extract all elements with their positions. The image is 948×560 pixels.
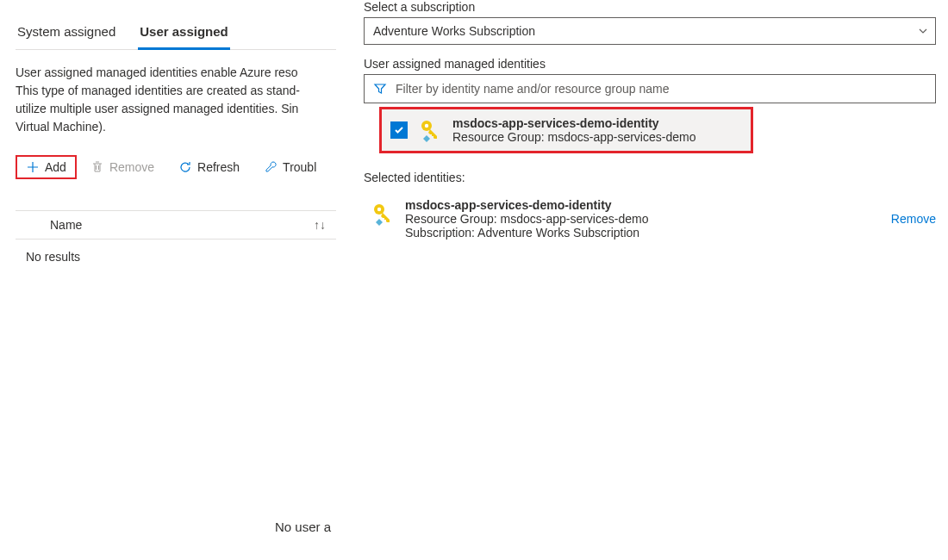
identity-name: msdocs-app-services-demo-identity <box>452 116 695 130</box>
svg-marker-2 <box>423 135 430 142</box>
filter-box[interactable] <box>364 74 936 103</box>
selected-identity-name: msdocs-app-services-demo-identity <box>405 198 648 212</box>
selected-identity-sub: Subscription: Adventure Works Subscripti… <box>405 226 648 240</box>
add-identity-flyout: Select a subscription Adventure Works Su… <box>336 0 948 560</box>
trash-icon <box>90 160 104 174</box>
refresh-icon <box>178 160 192 174</box>
description-text: User assigned managed identities enable … <box>16 64 336 136</box>
svg-marker-5 <box>376 219 383 226</box>
wrench-icon <box>264 160 278 174</box>
remove-identity-link[interactable]: Remove <box>891 212 936 226</box>
selected-identities-label: Selected identities: <box>364 171 936 184</box>
no-user-text: No user a <box>275 520 331 534</box>
refresh-button-label: Refresh <box>197 160 240 174</box>
tab-user-assigned[interactable]: User assigned <box>138 16 230 49</box>
action-bar: Add Remove Refresh Troubl <box>16 155 336 179</box>
selected-identity-row: msdocs-app-services-demo-identity Resour… <box>364 198 936 240</box>
identity-list-item[interactable]: msdocs-app-services-demo-identity Resour… <box>379 107 753 153</box>
main-panel: System assigned User assigned User assig… <box>0 0 336 560</box>
add-button-label: Add <box>45 160 66 174</box>
subscription-value: Adventure Works Subscription <box>373 24 535 38</box>
identity-row: msdocs-app-services-demo-identity Resour… <box>390 116 742 144</box>
subscription-select[interactable]: Adventure Works Subscription <box>364 17 936 45</box>
identity-text: msdocs-app-services-demo-identity Resour… <box>452 116 695 144</box>
table-header: Name ↑↓ <box>16 210 336 240</box>
filter-icon <box>373 82 387 96</box>
sort-icon[interactable]: ↑↓ <box>314 218 326 232</box>
identity-rg: Resource Group: msdocs-app-services-demo <box>452 130 695 144</box>
svg-point-1 <box>425 124 428 128</box>
troubleshoot-button-label: Troubl <box>283 160 316 174</box>
identities-label: User assigned managed identities <box>364 57 936 71</box>
key-icon <box>416 116 444 144</box>
subscription-label: Select a subscription <box>364 0 936 14</box>
troubleshoot-button[interactable]: Troubl <box>253 155 327 179</box>
tab-system-assigned[interactable]: System assigned <box>16 16 117 49</box>
remove-button: Remove <box>80 155 165 179</box>
refresh-button[interactable]: Refresh <box>168 155 250 179</box>
selected-identity-text: msdocs-app-services-demo-identity Resour… <box>405 198 648 240</box>
no-results-text: No results <box>16 240 336 274</box>
filter-input[interactable] <box>396 82 928 96</box>
identity-tabs: System assigned User assigned <box>16 16 336 50</box>
column-name[interactable]: Name <box>50 218 82 232</box>
identity-checkbox[interactable] <box>390 121 408 139</box>
selected-identity-rg: Resource Group: msdocs-app-services-demo <box>405 212 648 226</box>
add-button[interactable]: Add <box>16 155 77 179</box>
key-icon <box>369 200 396 227</box>
chevron-down-icon <box>918 26 928 36</box>
plus-icon <box>26 160 40 174</box>
svg-point-4 <box>377 208 381 211</box>
remove-button-label: Remove <box>109 160 154 174</box>
